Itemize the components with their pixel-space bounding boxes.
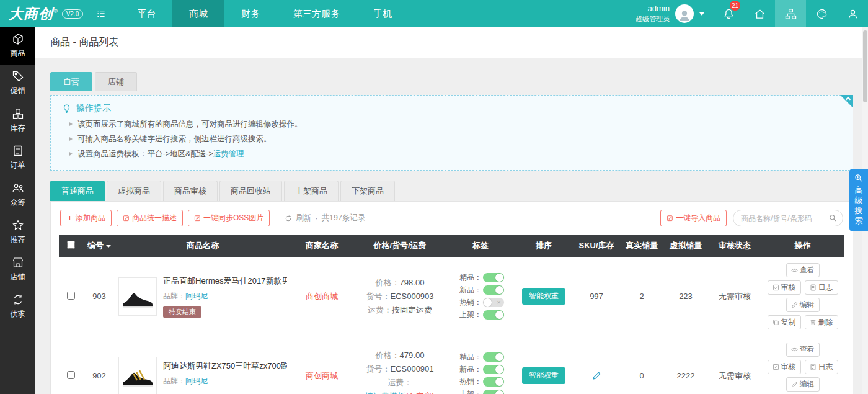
goods-image[interactable] [118, 357, 157, 394]
tip-title: 操作提示 [76, 103, 111, 114]
smart-weight-button[interactable]: 智能权重 [522, 288, 565, 305]
merchant-link[interactable]: 商创商城 [306, 292, 338, 301]
sidebar-item-shop[interactable]: 店铺 [0, 251, 35, 288]
copy-icon [773, 319, 779, 326]
goods-image[interactable] [118, 277, 157, 316]
nav-platform[interactable]: 平台 [120, 0, 172, 27]
tab-on-sale[interactable]: 上架商品 [284, 181, 339, 201]
sidebar-item-supply[interactable]: 供求 [0, 288, 35, 325]
sidebar-item-goods[interactable]: 商品 [0, 27, 35, 65]
menu-icon[interactable] [88, 0, 114, 27]
check-square-icon [773, 284, 779, 291]
tab-recycle-bin[interactable]: 商品回收站 [219, 181, 282, 201]
log-button[interactable]: 日志 [805, 280, 838, 295]
smart-weight-button[interactable]: 智能权重 [522, 367, 565, 384]
tip-collapse-button[interactable] [840, 95, 853, 108]
shop-icon [12, 256, 24, 269]
tab-virtual-goods[interactable]: 虚拟商品 [107, 181, 161, 201]
edit-button[interactable]: 编辑 [786, 377, 820, 392]
sidebar: 商品 促销 库存 订单 众筹 推荐 店铺 供求 [0, 27, 35, 394]
sitemap-button[interactable] [775, 0, 806, 27]
sidebar-item-orders[interactable]: 订单 [0, 139, 35, 176]
avatar[interactable] [675, 4, 694, 23]
sidebar-item-promotion[interactable]: 促销 [0, 65, 35, 102]
edit-stock-icon[interactable] [592, 371, 601, 380]
nav-third-party[interactable]: 第三方服务 [277, 0, 356, 27]
brand-link[interactable]: 阿玛尼 [185, 377, 208, 385]
app-logo: 大商创® V2.0 [0, 0, 88, 27]
scrollbar-thumb[interactable] [863, 30, 867, 102]
nav-mall[interactable]: 商城 [172, 0, 224, 27]
sync-oss-button[interactable]: 一键同步OSS图片 [188, 210, 270, 226]
magnifier-plus-icon [854, 174, 863, 182]
stock-cell [572, 336, 621, 394]
tab-self-operated[interactable]: 自营 [50, 72, 92, 91]
account-button[interactable] [837, 0, 868, 27]
delete-button[interactable]: 删除 [805, 315, 838, 329]
toggle-hot[interactable] [483, 377, 504, 387]
goods-name[interactable]: 正品直邮Hermes爱马仕2017新款男鞋 时... [163, 275, 287, 287]
palette-icon [816, 8, 828, 20]
sidebar-item-crowdfund[interactable]: 众筹 [0, 176, 35, 213]
top-navbar: 大商创® V2.0 平台 商城 财务 第三方服务 手机 admin 超级管理员 … [0, 0, 868, 27]
merchant-link[interactable]: 商创商城 [306, 371, 338, 380]
nav-mobile[interactable]: 手机 [356, 0, 409, 27]
advanced-search-button[interactable]: 高级搜索 [849, 169, 868, 231]
sidebar-item-recommend[interactable]: 推荐 [0, 213, 35, 251]
tab-off-sale[interactable]: 下架商品 [340, 181, 395, 201]
toggle-on-sale[interactable] [483, 390, 504, 394]
trash-icon [810, 319, 817, 326]
tab-normal-goods[interactable]: 普通商品 [50, 181, 105, 201]
toggle-on-sale[interactable] [483, 310, 504, 320]
sitemap-icon [785, 8, 797, 20]
toggle-new[interactable] [483, 285, 504, 295]
add-goods-button[interactable]: 添加商品 [60, 210, 112, 226]
toggle-new[interactable] [483, 365, 504, 374]
search-icon[interactable] [829, 214, 837, 222]
edit-button[interactable]: 编辑 [786, 298, 820, 312]
view-button[interactable]: 查看 [786, 343, 820, 357]
search-input[interactable] [733, 210, 843, 226]
audit-button[interactable]: 审核 [768, 280, 801, 295]
plus-icon [66, 215, 73, 222]
brand-link[interactable]: 阿玛尼 [185, 292, 208, 300]
user-dropdown-caret[interactable] [699, 12, 704, 16]
edit-square-icon [123, 215, 130, 222]
promotion-icon [12, 70, 24, 83]
tab-goods-audit[interactable]: 商品审核 [163, 181, 218, 201]
home-button[interactable] [744, 0, 775, 27]
document-icon [810, 284, 817, 291]
toggle-best[interactable] [483, 273, 504, 282]
batch-description-button[interactable]: 商品统一描述 [117, 210, 183, 226]
row-checkbox[interactable] [67, 292, 75, 300]
toggle-hot[interactable] [483, 298, 504, 307]
logo-text: 大商创® [9, 4, 58, 24]
version-badge: V2.0 [62, 9, 84, 19]
goods-name[interactable]: 阿迪达斯男鞋ZX750三叶草zx700跑步鞋... [163, 360, 287, 372]
row-checkbox[interactable] [67, 371, 75, 379]
edit-square-icon [666, 215, 673, 222]
toggle-best[interactable] [483, 352, 504, 362]
eye-icon [791, 267, 798, 274]
table-header-row: 编号 商品名称 商家名称 价格/货号/运费 标签 排序 SKU/库存 真实销量 … [59, 235, 844, 257]
goods-id: 903 [82, 257, 116, 336]
header-audit: 审核状态 [709, 235, 761, 257]
select-all-checkbox[interactable] [67, 241, 75, 249]
freight-management-link[interactable]: 运费管理 [213, 150, 244, 158]
freight-template-link[interactable]: 按运费模板 [365, 392, 405, 394]
registered-mark: ® [53, 8, 58, 14]
pencil-icon [791, 381, 798, 388]
check-square-icon [773, 364, 779, 370]
import-goods-button[interactable]: 一键导入商品 [660, 210, 727, 226]
log-button[interactable]: 日志 [805, 360, 838, 374]
notifications-button[interactable]: 21 [713, 0, 744, 27]
copy-button[interactable]: 复制 [768, 315, 801, 329]
header-id[interactable]: 编号 [82, 235, 116, 257]
nav-finance[interactable]: 财务 [224, 0, 277, 27]
sidebar-item-stock[interactable]: 库存 [0, 102, 35, 139]
audit-button[interactable]: 审核 [768, 360, 801, 374]
theme-button[interactable] [806, 0, 837, 27]
view-button[interactable]: 查看 [786, 263, 820, 277]
refresh-control[interactable]: 刷新 · 共197条记录 [285, 213, 365, 223]
tab-store[interactable]: 店铺 [95, 72, 137, 91]
